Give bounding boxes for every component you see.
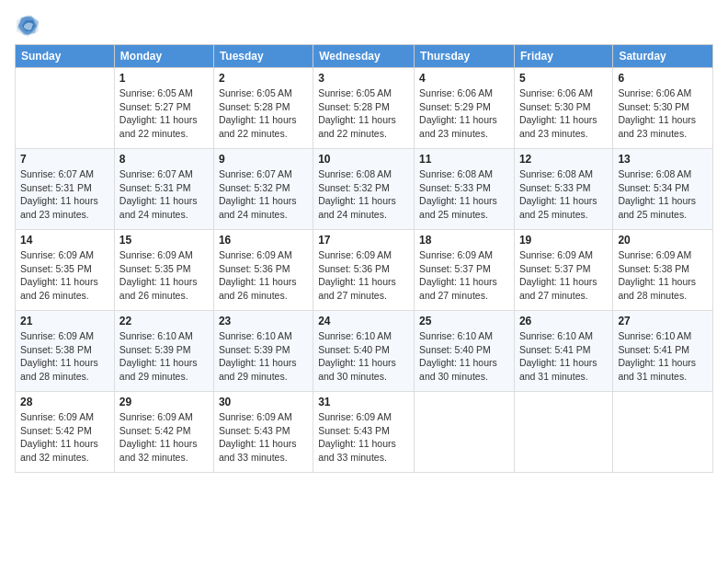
sunset-text: Sunset: 5:30 PM (519, 100, 608, 114)
cell-info: Sunrise: 6:10 AMSunset: 5:41 PMDaylight:… (618, 329, 708, 384)
calendar-table: SundayMondayTuesdayWednesdayThursdayFrid… (15, 44, 713, 473)
cell-info: Sunrise: 6:07 AMSunset: 5:31 PMDaylight:… (20, 167, 109, 222)
sunrise-text: Sunrise: 6:10 AM (219, 329, 308, 343)
daylight-text: Daylight: 11 hours and 31 minutes. (519, 356, 608, 383)
calendar-cell: 18Sunrise: 6:09 AMSunset: 5:37 PMDayligh… (415, 230, 515, 311)
day-number: 31 (318, 396, 409, 408)
daylight-text: Daylight: 11 hours and 25 minutes. (419, 194, 509, 221)
sunrise-text: Sunrise: 6:06 AM (618, 86, 708, 100)
daylight-text: Daylight: 11 hours and 25 minutes. (618, 194, 708, 221)
weekday-header-saturday: Saturday (613, 45, 713, 68)
day-number: 6 (618, 72, 708, 85)
cell-info: Sunrise: 6:09 AMSunset: 5:38 PMDaylight:… (20, 329, 109, 384)
day-number: 18 (419, 234, 509, 247)
cell-info: Sunrise: 6:05 AMSunset: 5:28 PMDaylight:… (318, 86, 409, 141)
cell-info: Sunrise: 6:09 AMSunset: 5:36 PMDaylight:… (219, 248, 308, 303)
sunrise-text: Sunrise: 6:08 AM (618, 167, 708, 181)
week-row-1: 7Sunrise: 6:07 AMSunset: 5:31 PMDaylight… (16, 149, 713, 230)
daylight-text: Daylight: 11 hours and 24 minutes. (119, 194, 209, 221)
weekday-header-friday: Friday (514, 45, 612, 68)
sunset-text: Sunset: 5:28 PM (219, 100, 308, 114)
day-number: 4 (419, 72, 509, 85)
daylight-text: Daylight: 11 hours and 32 minutes. (119, 437, 209, 464)
sunset-text: Sunset: 5:29 PM (419, 100, 509, 114)
daylight-text: Daylight: 11 hours and 26 minutes. (119, 275, 209, 302)
calendar-cell: 16Sunrise: 6:09 AMSunset: 5:36 PMDayligh… (213, 230, 313, 311)
day-number: 22 (119, 315, 209, 327)
cell-info: Sunrise: 6:05 AMSunset: 5:27 PMDaylight:… (119, 86, 209, 141)
sunrise-text: Sunrise: 6:09 AM (20, 329, 109, 343)
day-number: 1 (119, 72, 209, 85)
cell-info: Sunrise: 6:09 AMSunset: 5:43 PMDaylight:… (318, 410, 409, 465)
weekday-header-wednesday: Wednesday (313, 45, 415, 68)
cell-info: Sunrise: 6:10 AMSunset: 5:40 PMDaylight:… (318, 329, 409, 384)
sunrise-text: Sunrise: 6:10 AM (318, 329, 409, 343)
day-number: 29 (119, 396, 209, 408)
daylight-text: Daylight: 11 hours and 29 minutes. (119, 356, 209, 383)
cell-info: Sunrise: 6:09 AMSunset: 5:38 PMDaylight:… (618, 248, 708, 303)
daylight-text: Daylight: 11 hours and 23 minutes. (20, 194, 109, 221)
sunrise-text: Sunrise: 6:09 AM (318, 248, 409, 262)
sunset-text: Sunset: 5:38 PM (20, 343, 109, 357)
sunrise-text: Sunrise: 6:07 AM (219, 167, 308, 181)
calendar-cell (16, 68, 115, 149)
calendar-cell: 5Sunrise: 6:06 AMSunset: 5:30 PMDaylight… (514, 68, 612, 149)
day-number: 15 (119, 234, 209, 247)
sunrise-text: Sunrise: 6:09 AM (519, 248, 608, 262)
day-number: 13 (618, 153, 708, 166)
sunset-text: Sunset: 5:31 PM (119, 181, 209, 195)
day-number: 8 (119, 153, 209, 166)
sunset-text: Sunset: 5:34 PM (618, 181, 708, 195)
calendar-cell: 7Sunrise: 6:07 AMSunset: 5:31 PMDaylight… (16, 149, 115, 230)
sunrise-text: Sunrise: 6:09 AM (419, 248, 509, 262)
cell-info: Sunrise: 6:09 AMSunset: 5:35 PMDaylight:… (20, 248, 109, 303)
cell-info: Sunrise: 6:09 AMSunset: 5:35 PMDaylight:… (119, 248, 209, 303)
calendar-cell: 6Sunrise: 6:06 AMSunset: 5:30 PMDaylight… (613, 68, 713, 149)
sunrise-text: Sunrise: 6:05 AM (219, 86, 308, 100)
week-row-3: 21Sunrise: 6:09 AMSunset: 5:38 PMDayligh… (16, 311, 713, 392)
week-row-2: 14Sunrise: 6:09 AMSunset: 5:35 PMDayligh… (16, 230, 713, 311)
cell-info: Sunrise: 6:06 AMSunset: 5:30 PMDaylight:… (618, 86, 708, 141)
sunrise-text: Sunrise: 6:10 AM (519, 329, 608, 343)
daylight-text: Daylight: 11 hours and 27 minutes. (419, 275, 509, 302)
cell-info: Sunrise: 6:09 AMSunset: 5:42 PMDaylight:… (20, 410, 109, 465)
page: SundayMondayTuesdayWednesdayThursdayFrid… (0, 0, 728, 488)
calendar-cell: 14Sunrise: 6:09 AMSunset: 5:35 PMDayligh… (16, 230, 115, 311)
day-number: 16 (219, 234, 308, 247)
day-number: 11 (419, 153, 509, 166)
logo (15, 13, 44, 39)
calendar-cell: 8Sunrise: 6:07 AMSunset: 5:31 PMDaylight… (114, 149, 213, 230)
sunset-text: Sunset: 5:32 PM (219, 181, 308, 195)
calendar-cell: 31Sunrise: 6:09 AMSunset: 5:43 PMDayligh… (313, 392, 415, 473)
day-number: 9 (219, 153, 308, 166)
daylight-text: Daylight: 11 hours and 30 minutes. (318, 356, 409, 383)
daylight-text: Daylight: 11 hours and 23 minutes. (519, 113, 608, 140)
daylight-text: Daylight: 11 hours and 28 minutes. (618, 275, 708, 302)
sunrise-text: Sunrise: 6:06 AM (419, 86, 509, 100)
sunset-text: Sunset: 5:37 PM (519, 262, 608, 276)
daylight-text: Daylight: 11 hours and 23 minutes. (618, 113, 708, 140)
day-number: 7 (20, 153, 109, 166)
daylight-text: Daylight: 11 hours and 31 minutes. (618, 356, 708, 383)
day-number: 5 (519, 72, 608, 85)
sunset-text: Sunset: 5:35 PM (20, 262, 109, 276)
day-number: 26 (519, 315, 608, 327)
sunrise-text: Sunrise: 6:09 AM (20, 410, 109, 424)
sunset-text: Sunset: 5:32 PM (318, 181, 409, 195)
calendar-cell: 26Sunrise: 6:10 AMSunset: 5:41 PMDayligh… (514, 311, 612, 392)
day-number: 24 (318, 315, 409, 327)
cell-info: Sunrise: 6:10 AMSunset: 5:39 PMDaylight:… (219, 329, 308, 384)
day-number: 10 (318, 153, 409, 166)
sunset-text: Sunset: 5:27 PM (119, 100, 209, 114)
calendar-cell: 17Sunrise: 6:09 AMSunset: 5:36 PMDayligh… (313, 230, 415, 311)
sunset-text: Sunset: 5:42 PM (119, 424, 209, 438)
calendar-cell: 23Sunrise: 6:10 AMSunset: 5:39 PMDayligh… (213, 311, 313, 392)
day-number: 12 (519, 153, 608, 166)
sunrise-text: Sunrise: 6:10 AM (618, 329, 708, 343)
calendar-cell: 3Sunrise: 6:05 AMSunset: 5:28 PMDaylight… (313, 68, 415, 149)
daylight-text: Daylight: 11 hours and 33 minutes. (219, 437, 308, 464)
calendar-cell: 20Sunrise: 6:09 AMSunset: 5:38 PMDayligh… (613, 230, 713, 311)
calendar-cell: 24Sunrise: 6:10 AMSunset: 5:40 PMDayligh… (313, 311, 415, 392)
day-number: 19 (519, 234, 608, 247)
logo-icon (15, 13, 40, 39)
